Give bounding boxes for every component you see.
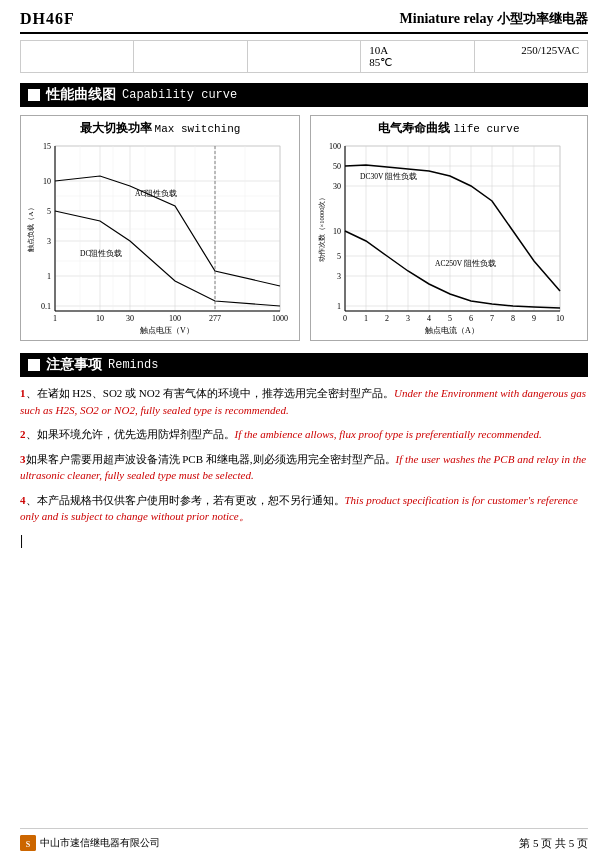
capability-title-en: Capability curve <box>122 88 237 102</box>
chart2-title: 电气寿命曲线 life curve <box>315 120 583 137</box>
notes-title-cn: 注意事项 <box>46 356 102 374</box>
svg-rect-40 <box>345 146 560 311</box>
notes-section-header: 注意事项 Reminds <box>20 353 588 377</box>
svg-text:1: 1 <box>53 314 57 323</box>
note-cn-4: 、本产品规格书仅供客户使用时参考，若有更改，恕不另行通知。 <box>26 494 345 506</box>
svg-text:100: 100 <box>169 314 181 323</box>
section-square <box>28 89 40 101</box>
spec-cell-5: 250/125VAC <box>475 41 587 72</box>
chart1-container: 最大切换功率 Max switching <box>20 115 300 341</box>
notes-section: 注意事项 Reminds 1、在诸如 H2S、SO2 或 NO2 有害气体的环境… <box>20 353 588 549</box>
svg-rect-0 <box>55 146 280 311</box>
spec-cell-2 <box>134 41 247 72</box>
svg-text:1: 1 <box>337 302 341 311</box>
charts-area: 最大切换功率 Max switching <box>20 115 588 341</box>
note-cn-3: 如果客户需要用超声波设备清洗 PCB 和继电器,则必须选用完全密封型产品。 <box>26 453 396 465</box>
svg-text:10: 10 <box>556 314 564 323</box>
svg-text:触点负载（A）: 触点负载（A） <box>27 204 35 251</box>
footer-page-number: 第 5 页 共 5 页 <box>519 836 588 851</box>
svg-text:S: S <box>26 840 31 849</box>
model-label: DH46F <box>20 10 75 28</box>
chart1-title-cn: 最大切换功率 <box>80 121 155 135</box>
svg-text:9: 9 <box>532 314 536 323</box>
notes-square <box>28 359 40 371</box>
svg-text:0.1: 0.1 <box>41 302 51 311</box>
svg-text:8: 8 <box>511 314 515 323</box>
spec-cell-1 <box>21 41 134 72</box>
svg-text:AC250V 阻性负载: AC250V 阻性负载 <box>435 259 496 268</box>
svg-text:50: 50 <box>333 162 341 171</box>
svg-text:6: 6 <box>469 314 473 323</box>
svg-text:触点电压（V）: 触点电压（V） <box>140 326 194 335</box>
svg-text:277: 277 <box>209 314 221 323</box>
page-container: DH46F Miniature relay 小型功率继电器 10A 85℃ 25… <box>0 0 608 863</box>
svg-text:1: 1 <box>47 272 51 281</box>
svg-text:100: 100 <box>329 142 341 151</box>
note-item-4: 4、本产品规格书仅供客户使用时参考，若有更改，恕不另行通知。This produ… <box>20 492 588 525</box>
capability-section-header: 性能曲线图 Capability curve <box>20 83 588 107</box>
page-footer: S 中山市速信继电器有限公司 第 5 页 共 5 页 <box>20 828 588 851</box>
footer-logo: S 中山市速信继电器有限公司 <box>20 835 160 851</box>
spec-cell-4: 10A 85℃ <box>361 41 474 72</box>
svg-text:15: 15 <box>43 142 51 151</box>
cursor-line: | <box>20 533 588 549</box>
chart1-wrapper: 15 10 5 3 1 0.1 1 10 30 100 277 1000 触点负… <box>25 141 295 336</box>
svg-text:5: 5 <box>337 252 341 261</box>
svg-text:1000: 1000 <box>272 314 288 323</box>
svg-text:3: 3 <box>337 272 341 281</box>
chart1-svg: 15 10 5 3 1 0.1 1 10 30 100 277 1000 触点负… <box>25 141 295 336</box>
specs-row: 10A 85℃ 250/125VAC <box>20 40 588 73</box>
svg-text:1: 1 <box>364 314 368 323</box>
svg-text:2: 2 <box>385 314 389 323</box>
note-cn-2: 、如果环境允许，优先选用防焊剂型产品。 <box>26 428 235 440</box>
note-en-2: If the ambience allows, flux proof type … <box>235 428 542 440</box>
note-item-3: 3如果客户需要用超声波设备清洗 PCB 和继电器,则必须选用完全密封型产品。If… <box>20 451 588 484</box>
capability-title-cn: 性能曲线图 <box>46 86 116 104</box>
svg-text:DC30V 阻性负载: DC30V 阻性负载 <box>360 172 417 181</box>
title-en: Miniature relay <box>400 11 494 26</box>
header: DH46F Miniature relay 小型功率继电器 <box>20 10 588 34</box>
svg-text:10: 10 <box>333 227 341 236</box>
spec-cell-3 <box>248 41 361 72</box>
chart2-container: 电气寿命曲线 life curve <box>310 115 588 341</box>
svg-text:3: 3 <box>47 237 51 246</box>
chart2-title-cn: 电气寿命曲线 <box>378 121 453 135</box>
note-cn-1: 、在诸如 H2S、SO2 或 NO2 有害气体的环境中，推荐选用完全密封型产品。 <box>26 387 395 399</box>
svg-text:触点电流（A）: 触点电流（A） <box>425 326 479 335</box>
svg-text:30: 30 <box>126 314 134 323</box>
svg-text:5: 5 <box>448 314 452 323</box>
company-name: 中山市速信继电器有限公司 <box>40 836 160 850</box>
chart1-title-en: Max switching <box>155 123 241 135</box>
svg-text:7: 7 <box>490 314 494 323</box>
svg-text:4: 4 <box>427 314 431 323</box>
svg-text:DC阻性负载: DC阻性负载 <box>80 249 122 258</box>
svg-text:30: 30 <box>333 182 341 191</box>
svg-text:AC阻性负载: AC阻性负载 <box>135 189 177 198</box>
svg-text:5: 5 <box>47 207 51 216</box>
chart2-wrapper: 100 50 30 10 5 3 1 0 1 2 3 4 5 6 7 8 <box>315 141 583 336</box>
logo-svg: S <box>20 835 36 851</box>
svg-text:10: 10 <box>43 177 51 186</box>
note-item-1: 1、在诸如 H2S、SO2 或 NO2 有害气体的环境中，推荐选用完全密封型产品… <box>20 385 588 418</box>
svg-text:3: 3 <box>406 314 410 323</box>
company-logo-icon: S <box>20 835 36 851</box>
chart2-svg: 100 50 30 10 5 3 1 0 1 2 3 4 5 6 7 8 <box>315 141 575 336</box>
svg-text:0: 0 <box>343 314 347 323</box>
notes-title-en: Reminds <box>108 358 158 372</box>
title-area: Miniature relay 小型功率继电器 <box>400 10 588 28</box>
title-cn: 小型功率继电器 <box>497 11 588 26</box>
note-item-2: 2、如果环境允许，优先选用防焊剂型产品。If the ambience allo… <box>20 426 588 443</box>
svg-text:动作次数（×10000次）: 动作次数（×10000次） <box>318 194 326 263</box>
chart1-title: 最大切换功率 Max switching <box>25 120 295 137</box>
svg-text:10: 10 <box>96 314 104 323</box>
chart2-title-en: life curve <box>453 123 519 135</box>
